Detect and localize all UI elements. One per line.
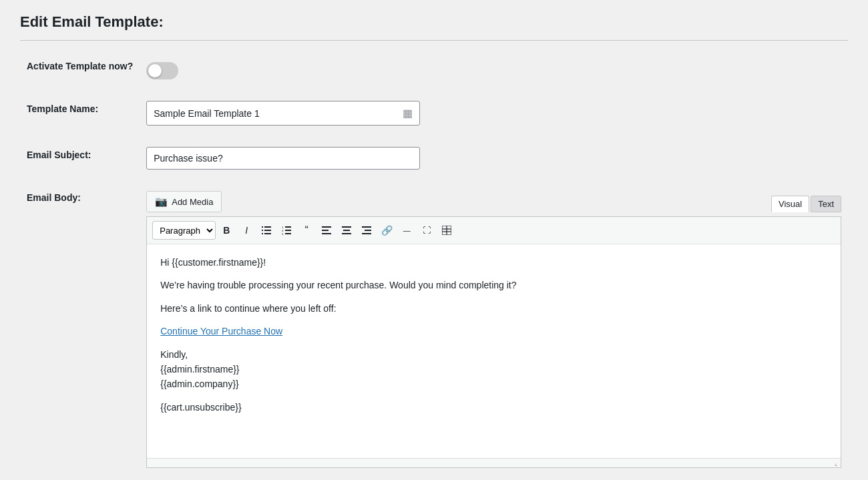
editor-tabs: Visual Text (771, 196, 841, 212)
svg-rect-19 (365, 230, 371, 231)
body-line-kindly: Kindly,{{admin.firstname}}{{admin.compan… (160, 347, 827, 392)
svg-text:3.: 3. (282, 232, 284, 235)
page-title: Edit Email Template: (20, 13, 848, 41)
tab-visual[interactable]: Visual (771, 196, 809, 212)
table-button[interactable] (437, 221, 456, 240)
email-body-row: Email Body: 📷 Add Media Visual Text (20, 180, 848, 479)
editor-footer: ⌞ (147, 458, 841, 467)
add-media-icon: 📷 (155, 196, 168, 208)
svg-rect-17 (342, 233, 351, 234)
email-subject-label: Email Subject: (20, 136, 140, 180)
svg-rect-3 (264, 230, 271, 231)
svg-rect-4 (262, 233, 263, 234)
svg-rect-9 (285, 230, 291, 231)
svg-rect-18 (362, 226, 371, 228)
align-center-button[interactable] (337, 221, 356, 240)
ordered-list-button[interactable]: 1. 2. 3. (277, 221, 296, 240)
body-line-3: Here’s a link to continue where you left… (160, 301, 827, 316)
align-center-icon (342, 226, 351, 234)
align-right-button[interactable] (357, 221, 376, 240)
svg-rect-2 (262, 230, 263, 231)
svg-rect-7 (285, 226, 291, 228)
svg-rect-20 (362, 233, 371, 234)
template-name-icon: ▦ (403, 107, 413, 119)
paragraph-select[interactable]: Paragraph (152, 221, 216, 240)
add-media-label: Add Media (172, 197, 213, 207)
align-left-button[interactable] (317, 221, 336, 240)
editor-top-row: 📷 Add Media Visual Text (146, 191, 841, 216)
svg-rect-16 (343, 230, 350, 231)
activate-label: Activate Template now? (20, 47, 140, 90)
editor-wrapper: Paragraph B I (146, 216, 841, 468)
add-media-button[interactable]: 📷 Add Media (146, 191, 222, 212)
svg-rect-13 (322, 230, 329, 231)
resize-handle[interactable]: ⌞ (835, 459, 838, 467)
svg-rect-14 (322, 233, 331, 234)
form-table: Activate Template now? Template Name: ▦ … (20, 47, 848, 479)
tab-text[interactable]: Text (811, 196, 841, 212)
svg-rect-5 (264, 233, 271, 234)
template-name-field-wrapper: ▦ (146, 101, 420, 126)
email-subject-input[interactable] (146, 147, 420, 170)
svg-rect-11 (285, 233, 291, 234)
body-line-unsubscribe: {{cart.unsubscribe}} (160, 400, 827, 415)
editor-toolbar: Paragraph B I (147, 217, 841, 244)
italic-button[interactable]: I (237, 221, 256, 240)
toggle-wrapper (146, 58, 841, 79)
email-body-label: Email Body: (20, 180, 140, 479)
activate-toggle[interactable] (146, 62, 178, 79)
horizontal-rule-button[interactable]: ― (397, 221, 416, 240)
blockquote-button[interactable]: “ (297, 221, 316, 240)
email-subject-row: Email Subject: (20, 136, 848, 180)
svg-rect-0 (262, 226, 263, 228)
body-line-2: We’re having trouble processing your rec… (160, 278, 827, 292)
align-right-icon (362, 226, 371, 234)
editor-content[interactable]: Hi {{customer.firstname}}! We’re having … (147, 244, 841, 458)
svg-rect-1 (264, 226, 271, 228)
template-name-row: Template Name: ▦ (20, 90, 848, 136)
link-button[interactable]: 🔗 (377, 221, 396, 240)
editor-area: 📷 Add Media Visual Text Par (146, 191, 841, 468)
body-line-1: Hi {{customer.firstname}}! (160, 255, 827, 270)
svg-rect-12 (322, 226, 331, 228)
ol-icon: 1. 2. 3. (282, 226, 291, 235)
activate-template-row: Activate Template now? (20, 47, 848, 90)
ul-icon (262, 226, 271, 235)
continue-purchase-link[interactable]: Continue Your Purchase Now (160, 326, 282, 336)
bold-button[interactable]: B (217, 221, 236, 240)
template-name-input[interactable] (154, 108, 403, 119)
template-name-label: Template Name: (20, 90, 140, 136)
unordered-list-button[interactable] (257, 221, 276, 240)
fullscreen-button[interactable]: ⛶ (417, 221, 436, 240)
svg-rect-15 (342, 226, 351, 228)
align-left-icon (322, 226, 331, 234)
body-link[interactable]: Continue Your Purchase Now (160, 324, 827, 338)
table-icon (442, 226, 451, 235)
